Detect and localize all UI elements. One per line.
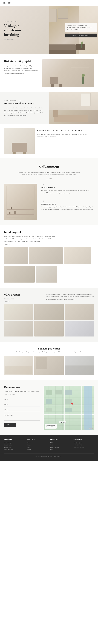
footer-col-2: Företag Om oss Projekt Blogg Kontakt xyxy=(27,439,48,451)
interior-style-section: Inredningsstil Minimalism, en ren och en… xyxy=(0,225,98,288)
minimalism-text: Enkelt kan ändå erbjuda elegant elegans … xyxy=(37,133,94,138)
service-item-1: ✦✦ KONCEPTDESIGN Vår inredare börjare me… xyxy=(41,184,94,197)
footer-bottom: © 2024 Design Studio. Alla rättigheter f… xyxy=(4,454,94,457)
service-icon-2: ✦✦ xyxy=(41,200,94,202)
header: DESIGN xyxy=(0,0,98,6)
interior-image-4 xyxy=(4,266,35,282)
map-container: New York Inredningsstudio New York, USA … xyxy=(44,386,94,430)
hero-cta-button[interactable]: BOKA EN KONSULTATION xyxy=(65,34,97,38)
project-image-5 xyxy=(34,321,64,336)
service-title-1: KONCEPTDESIGN xyxy=(41,187,94,188)
footer-col-4-item-2: +46 123 456 789 xyxy=(74,444,94,446)
discuss-left: Diskutera ditt projekt Vi erbjuder oss k… xyxy=(4,60,38,74)
recent-section: Senaste projekten Phasellus egestas leo … xyxy=(0,342,98,380)
warm-home-section: SKAPA ETT VARMT OCH MYSIGT HEM PÅ EN BUD… xyxy=(0,92,98,124)
projects-grid xyxy=(4,304,94,336)
hero-description: Vi erbjuder dig att ta kontakt med våra … xyxy=(65,23,97,32)
footer-col-3-item-4[interactable]: Hjälp xyxy=(50,449,71,450)
minimalism-image xyxy=(4,128,35,154)
warm-title: MYSIGT HEM PÅ EN BUDGET xyxy=(4,102,45,105)
interior-style-text: Minimalism, en ren och enkel lösningar a… xyxy=(4,235,56,242)
recent-image-2 xyxy=(34,356,64,375)
interior-image-5 xyxy=(36,266,57,282)
footer-grid: Tjänster Interiör design Exteriör design… xyxy=(4,439,94,451)
interior-read-more[interactable]: LÄS MER xyxy=(4,244,11,245)
footer-col-1-item-2[interactable]: Exteriör design xyxy=(4,444,25,446)
hero-section: DESIGN STUDIO Vi skapar en bekväm inredn… xyxy=(0,6,98,54)
hamburger-line xyxy=(93,2,95,2)
interior-image-2 xyxy=(29,248,63,264)
footer-col-2-item-1[interactable]: Om oss xyxy=(27,442,48,444)
discuss-room-image xyxy=(42,60,94,87)
service-title-2: RYMDPLANERING xyxy=(41,203,94,205)
warm-home-left: SKAPA ETT VARMT OCH MYSIGT HEM PÅ EN BUD… xyxy=(0,92,49,124)
contact-text: Lorem ipsum: 10.00-18.00 (1000-1800 tisd… xyxy=(4,390,40,395)
contact-name-input[interactable] xyxy=(4,397,40,401)
footer: Tjänster Interiör design Exteriör design… xyxy=(0,435,98,461)
footer-col-3-item-1[interactable]: FAQ xyxy=(50,442,71,444)
welcome-title: Välkommen! xyxy=(4,165,94,169)
discuss-text: Vi erbjuder oss kunderna av kompetta lys… xyxy=(4,64,38,74)
footer-col-2-item-3[interactable]: Blogg xyxy=(27,446,48,448)
contact-form-area: Kontakta oss Lorem ipsum: 10.00-18.00 (1… xyxy=(4,386,44,430)
welcome-read-more[interactable]: LÄS MER xyxy=(46,178,52,180)
projects-header: Våra projekt Bild från Unsplash LÄS MER … xyxy=(4,293,94,302)
project-image-1 xyxy=(4,304,33,320)
logo: DESIGN xyxy=(3,2,11,4)
footer-col-3-title: Support xyxy=(50,439,71,440)
hamburger-menu[interactable] xyxy=(93,2,95,4)
footer-col-2-item-2[interactable]: Projekt xyxy=(27,444,48,446)
recent-grid xyxy=(4,356,94,375)
footer-col-3-item-2[interactable]: Villkor xyxy=(50,444,71,446)
footer-col-2-title: Företag xyxy=(27,439,48,440)
contact-message-input[interactable] xyxy=(4,413,40,420)
welcome-image xyxy=(4,184,37,220)
minimalism-title: MYSIG MINIMALISM FINNS ÖVERALLT NÄRFÖRDU… xyxy=(37,130,94,132)
footer-col-1-item-3[interactable]: Möbeldesign xyxy=(4,446,25,448)
hamburger-line xyxy=(93,4,95,4)
projects-description: Lorem ipsum dolor sit amet, consectetur … xyxy=(46,293,94,300)
hero-text-area: DESIGN STUDIO Vi skapar en bekväm inredn… xyxy=(0,6,49,54)
contact-email-input[interactable] xyxy=(4,403,40,406)
minimalism-right: MYSIG MINIMALISM FINNS ÖVERALLT NÄRFÖRDU… xyxy=(37,128,94,138)
map-info-box: Inredningsstudio New York, USA xyxy=(45,424,57,428)
projects-header-left: Våra projekt Bild från Unsplash LÄS MER xyxy=(4,293,43,302)
recent-subtitle: Phasellus egestas leo gravida fermentum,… xyxy=(4,351,94,352)
projects-link[interactable]: Bild från Unsplash xyxy=(4,298,14,300)
contact-phone-input[interactable] xyxy=(4,408,40,412)
minimalism-section: MYSIG MINIMALISM FINNS ÖVERALLT NÄRFÖRDU… xyxy=(0,124,98,158)
footer-col-3: Support FAQ Villkor Integritetspolicy Hj… xyxy=(50,439,71,451)
footer-col-3-item-3[interactable]: Integritetspolicy xyxy=(50,446,71,448)
services-list: ✦✦ KONCEPTDESIGN Vår inredare börjare me… xyxy=(40,184,94,220)
contact-submit-button[interactable]: SKICKA xyxy=(4,423,16,427)
projects-read-more[interactable]: LÄS MER xyxy=(4,301,43,302)
footer-col-4-item-1: info@design.se xyxy=(74,442,94,444)
welcome-text: Paragraph place vitae sem suscipit adipi… xyxy=(16,171,82,176)
hero-title: Vi skapar en bekväm inredning xyxy=(4,23,45,37)
welcome-content-section: ✦✦ KONCEPTDESIGN Vår inredare börjare me… xyxy=(0,181,98,225)
contact-section: Kontakta oss Lorem ipsum: 10.00-18.00 (1… xyxy=(0,380,98,435)
projects-title: Våra projekt xyxy=(4,293,43,296)
footer-col-1-item-4[interactable]: 3D-visualisering xyxy=(4,449,25,450)
discuss-right xyxy=(42,60,94,87)
interior-image-3 xyxy=(64,248,91,264)
minimalism-left xyxy=(4,128,35,154)
project-image-6 xyxy=(65,321,94,336)
interior-images-grid xyxy=(4,248,94,282)
footer-col-2-item-4[interactable]: Kontakt xyxy=(27,449,48,450)
interior-style-title: Inredningsstil xyxy=(4,230,94,234)
hero-image-link[interactable]: Bild från Unsplash xyxy=(4,38,45,40)
hero-studio-label: DESIGN STUDIO xyxy=(4,20,45,22)
service-text-2: Vi erbjuder noggrann rymdplanering för a… xyxy=(41,206,94,210)
footer-col-1-item-1[interactable]: Interiör design xyxy=(4,442,25,444)
recent-title: Senaste projekten xyxy=(4,347,94,350)
project-image-4 xyxy=(4,321,33,336)
contact-map-area: New York Inredningsstudio New York, USA … xyxy=(44,386,94,430)
discuss-title: Diskutera ditt projekt xyxy=(4,60,38,63)
contact-title: Kontakta oss xyxy=(4,386,40,389)
interior-image-1 xyxy=(4,248,28,264)
projects-section: Våra projekt Bild från Unsplash LÄS MER … xyxy=(0,288,98,342)
hamburger-line xyxy=(93,3,95,3)
footer-col-4-item-3: Stockholm, Sverige xyxy=(74,446,94,448)
service-icon-1: ✦✦ xyxy=(41,184,94,186)
